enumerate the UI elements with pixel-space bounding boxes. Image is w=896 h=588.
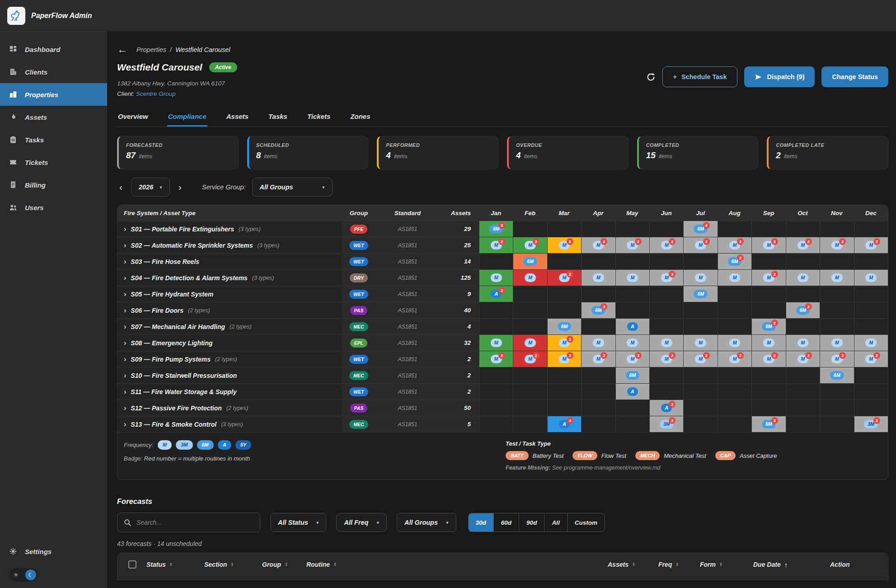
assets-icon	[9, 113, 17, 121]
filter-all-freq[interactable]: All Freq▾	[336, 513, 387, 532]
matrix-col-sep: Sep	[751, 205, 785, 221]
forecast-col-routine[interactable]: Routine▲▼	[306, 561, 608, 568]
assets-count: 125	[439, 270, 479, 286]
matrix-row-s06[interactable]: ›S06 — Fire Doors(2 types)PASAS1851406M3…	[117, 302, 888, 318]
expand-chevron-icon[interactable]: ›	[124, 307, 126, 314]
chevron-left-icon[interactable]: ‹	[117, 182, 125, 193]
asset-name-cell: ›S05 — Fire Hydrant System	[117, 286, 342, 302]
forecast-col-freq[interactable]: Freq▲▼	[658, 561, 700, 568]
matrix-row-s09[interactable]: ›S09 — Fire Pump Systems(2 types)WETAS18…	[117, 351, 888, 367]
sidebar-item-properties[interactable]: Properties	[0, 83, 107, 106]
forecast-col-status[interactable]: Status▲▼	[146, 561, 204, 568]
expand-chevron-icon[interactable]: ›	[124, 339, 126, 347]
matrix-row-s12[interactable]: ›S12 — Passive Fire Protection(2 types)P…	[117, 400, 888, 416]
tab-zones[interactable]: Zones	[349, 108, 371, 127]
service-group-select[interactable]: All Groups ▾	[252, 178, 333, 197]
group-cell: PAS	[342, 400, 376, 416]
forecast-col-section[interactable]: Section▲▼	[204, 561, 262, 568]
sidebar-item-clients[interactable]: Clients	[0, 61, 107, 83]
sidebar-item-users[interactable]: Users	[0, 196, 107, 219]
dispatch-button[interactable]: Dispatch (9)	[744, 66, 815, 87]
expand-chevron-icon[interactable]: ›	[124, 356, 126, 363]
sidebar-item-tickets[interactable]: Tickets	[0, 151, 107, 174]
expand-chevron-icon[interactable]: ›	[124, 323, 126, 330]
matrix-row-s02[interactable]: ›S02 — Automatic Fire Sprinkler Systems(…	[117, 237, 888, 253]
expand-chevron-icon[interactable]: ›	[124, 372, 126, 379]
expand-chevron-icon[interactable]: ›	[124, 242, 126, 249]
matrix-cell-s08-feb: M	[513, 335, 547, 351]
matrix-row-s01[interactable]: ›S01 — Portable Fire Extinguishers(3 typ…	[117, 221, 888, 237]
expand-chevron-icon[interactable]: ›	[124, 405, 126, 412]
filter-all-status[interactable]: All Status▾	[270, 513, 326, 532]
range-all[interactable]: All	[544, 513, 567, 532]
sidebar-item-billing[interactable]: Billing	[0, 174, 107, 196]
range-30d[interactable]: 30d	[469, 513, 493, 532]
expand-chevron-icon[interactable]: ›	[124, 388, 126, 395]
sidebar-item-dashboard[interactable]: Dashboard	[0, 38, 107, 61]
refresh-icon[interactable]	[646, 72, 656, 82]
expand-chevron-icon[interactable]: ›	[124, 291, 126, 298]
schedule-task-button[interactable]: + Schedule Task	[662, 66, 738, 87]
matrix-cell-s09-sep: M2	[751, 351, 785, 367]
forecast-col-group[interactable]: Group▲▼	[262, 561, 306, 568]
sidebar-item-settings[interactable]: Settings	[0, 540, 107, 563]
expand-chevron-icon[interactable]: ›	[124, 421, 126, 428]
matrix-row-s08[interactable]: ›S08 — Emergency LightingEPLAS185132MMM2…	[117, 334, 888, 351]
matrix-cell-s02-jun: M2	[649, 237, 683, 253]
back-arrow-icon[interactable]: ←	[117, 44, 127, 55]
tab-compliance[interactable]: Compliance	[167, 108, 207, 127]
change-status-button[interactable]: Change Status	[821, 66, 888, 87]
sidebar-item-label: Dashboard	[25, 46, 60, 53]
matrix-row-s11[interactable]: ›S11 — Fire Water Storage & SupplyWETAS1…	[117, 383, 888, 400]
tab-tasks[interactable]: Tasks	[267, 108, 288, 127]
matrix-row-s10[interactable]: ›S10 — Fire Stairwell PressurisationMECA…	[117, 367, 888, 383]
expand-chevron-icon[interactable]: ›	[124, 226, 126, 233]
range-90d[interactable]: 90d	[519, 513, 544, 532]
matrix-row-s13[interactable]: ›S13 — Fire & Smoke Control(3 types)MECA…	[117, 416, 888, 432]
filter-value: All Status	[278, 519, 308, 526]
tab-tickets[interactable]: Tickets	[306, 108, 331, 127]
tab-assets[interactable]: Assets	[225, 108, 249, 127]
freq-pill: M	[797, 273, 809, 282]
forecast-col-assets[interactable]: Assets▲▼	[608, 561, 658, 568]
sidebar-item-assets[interactable]: Assets	[0, 106, 107, 128]
breadcrumb-section[interactable]: Properties	[136, 46, 166, 53]
matrix-cell-s02-jan: M2	[479, 237, 513, 253]
client-link[interactable]: Scentre Group	[136, 90, 176, 97]
matrix-cell-s04-sep: M2	[751, 270, 785, 286]
breadcrumb-separator: /	[170, 46, 172, 53]
tab-overview[interactable]: Overview	[117, 108, 149, 127]
chevron-right-icon[interactable]: ›	[176, 182, 184, 193]
search-input[interactable]	[136, 519, 253, 526]
sidebar-item-label: Tasks	[25, 136, 44, 144]
chevron-down-icon: ▾	[316, 520, 319, 526]
range-60d[interactable]: 60d	[493, 513, 519, 532]
matrix-cell-s02-sep: M3	[751, 237, 785, 253]
stat-value: 15	[646, 151, 656, 160]
matrix-row-s05[interactable]: ›S05 — Fire Hydrant SystemWETAS18519A26M	[117, 286, 888, 302]
sidebar-item-tasks[interactable]: Tasks	[0, 128, 107, 151]
matrix-row-s04[interactable]: ›S04 — Fire Detection & Alarm Systems(3 …	[117, 269, 888, 286]
matrix-row-s03[interactable]: ›S03 — Fire Hose ReelsWETAS1851146M6M2	[117, 253, 888, 269]
select-all-checkbox[interactable]	[128, 560, 136, 569]
matrix-cell-s01-nov	[820, 221, 854, 237]
matrix-cell-s01-feb	[513, 221, 547, 237]
matrix-cell-s13-nov	[820, 416, 854, 432]
moon-icon[interactable]: ☾	[25, 569, 36, 580]
sun-icon[interactable]: ☀	[13, 571, 19, 579]
year-select[interactable]: 2026 ▾	[131, 178, 170, 197]
count-badge: 2	[669, 238, 676, 245]
filter-all-groups[interactable]: All Groups▾	[397, 513, 456, 532]
matrix-cell-s12-apr	[581, 400, 615, 416]
matrix-cell-s12-oct	[786, 400, 820, 416]
matrix-row-s07[interactable]: ›S07 — Mechanical Air Handling(2 types)M…	[117, 318, 888, 334]
asset-name: S05 — Fire Hydrant System	[131, 291, 213, 298]
forecast-col-form[interactable]: Form▲▼	[700, 561, 753, 568]
theme-toggle[interactable]: ☀ ☾	[9, 568, 38, 582]
asset-types: (3 types)	[221, 421, 243, 428]
forecast-col-due-date[interactable]: Due Date↑	[753, 561, 830, 569]
matrix-cell-s13-apr	[581, 416, 615, 432]
range-custom[interactable]: Custom	[567, 513, 605, 532]
expand-chevron-icon[interactable]: ›	[124, 274, 126, 282]
expand-chevron-icon[interactable]: ›	[124, 258, 126, 265]
